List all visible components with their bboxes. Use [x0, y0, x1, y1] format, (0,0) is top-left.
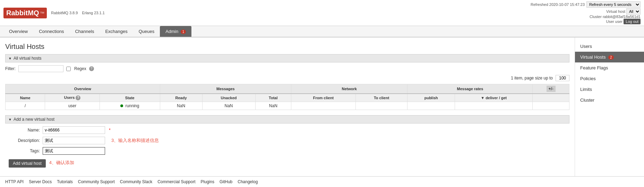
all-vhosts-section-header[interactable]: ▼ All virtual hosts [5, 54, 569, 62]
name-input[interactable] [43, 126, 105, 134]
user-row: User user Log out [531, 19, 641, 24]
tags-input[interactable] [43, 147, 105, 155]
logo-area: RabbitMQ TM RabbitMQ 3.8.9 Erlang 23.1.1 [3, 8, 105, 18]
table-row[interactable]: / user running NaN NaN NaN [6, 102, 569, 110]
th-publish: publish [407, 94, 455, 102]
add-vhost-section-header[interactable]: ▼ Add a new virtual host [5, 115, 569, 124]
th-to-client: To client [355, 94, 407, 102]
pagination-row: 1 item, page size up to [5, 75, 569, 81]
collapse-icon: ▼ [8, 57, 12, 60]
filter-row: Filter: Regex ? [5, 65, 569, 72]
page-title: Virtual Hosts [5, 43, 569, 51]
row-from-client [291, 102, 356, 110]
footer-plugins[interactable]: Plugins [201, 179, 214, 184]
sidebar-item-cluster[interactable]: Cluster [575, 95, 644, 105]
th-extra [533, 94, 569, 102]
tab-overview[interactable]: Overview [3, 26, 33, 37]
logo-tm: TM [40, 11, 44, 14]
sidebar: Users Virtual Hosts 2 Feature Flags Poli… [575, 37, 644, 176]
tags-label: Tags: [9, 148, 40, 153]
logo-rabbit: RabbitMQ [6, 9, 39, 17]
tags-row: Tags: [9, 147, 569, 155]
help-icon[interactable]: ? [89, 66, 94, 71]
description-label: Description: [9, 138, 40, 143]
add-confirm-annotation: 4、确认添加 [49, 160, 74, 166]
logo-box: RabbitMQ TM [3, 8, 47, 18]
sidebar-item-limits[interactable]: Limits [575, 84, 644, 95]
row-extra [533, 102, 569, 110]
user-label: User [606, 19, 614, 24]
sidebar-item-feature-flags[interactable]: Feature Flags [575, 62, 644, 73]
sidebar-item-users[interactable]: Users [575, 41, 644, 52]
top-header: RabbitMQ TM RabbitMQ 3.8.9 Erlang 23.1.1… [0, 0, 644, 26]
tab-queues[interactable]: Queues [133, 26, 160, 37]
footer-tutorials[interactable]: Tutorials [57, 179, 73, 184]
virtual-host-label: Virtual host [606, 9, 625, 14]
col-group-message-rates: Message rates [407, 84, 533, 94]
pagination-text: 1 item, page size up to [511, 76, 553, 80]
virtual-hosts-badge: 2 [608, 55, 614, 60]
cluster-value: rabbit@83af18a561d1 [603, 15, 641, 19]
regex-checkbox[interactable] [66, 67, 71, 71]
row-to-client [355, 102, 407, 110]
refreshed-text: Refreshed 2020-10-07 15:47:23 [531, 2, 585, 7]
row-users: user [45, 102, 100, 110]
description-row: Description: 3、输入名称和描述信息 [9, 137, 569, 144]
th-ready: Ready [160, 94, 202, 102]
description-input[interactable] [43, 137, 105, 144]
footer-community-slack[interactable]: Community Slack [120, 179, 152, 184]
footer-community-support[interactable]: Community Support [78, 179, 115, 184]
footer-http-api[interactable]: HTTP API [5, 179, 24, 184]
filter-label: Filter: [5, 66, 16, 71]
th-deliver-get: ▼ deliver / get [455, 94, 533, 102]
refresh-select[interactable]: Refresh every 5 secondsRefresh every 10 … [586, 1, 641, 8]
footer: HTTP API Server Docs Tutorials Community… [0, 176, 644, 187]
row-state: running [100, 102, 160, 110]
add-collapse-icon: ▼ [8, 118, 12, 121]
row-deliver-get [455, 102, 533, 110]
row-ready: NaN [160, 102, 202, 110]
cluster-label: Cluster [590, 15, 602, 19]
user-value: user [615, 19, 622, 24]
add-form: Name: * Description: 3、输入名称和描述信息 Tags: A… [5, 126, 569, 168]
main-content: Virtual Hosts ▼ All virtual hosts Filter… [0, 37, 644, 176]
virtual-host-select[interactable]: All [626, 8, 641, 15]
tab-channels[interactable]: Channels [69, 26, 100, 37]
tab-connections[interactable]: Connections [33, 26, 69, 37]
admin-badge: 1 [181, 29, 186, 34]
plus-minus-button[interactable]: +/- [547, 86, 556, 92]
virtual-host-row: Virtual host All [531, 8, 641, 15]
col-group-network: Network [291, 84, 407, 94]
name-required: * [109, 128, 111, 133]
add-vhost-label: Add a new virtual host [14, 117, 54, 122]
add-virtual-host-button[interactable]: Add virtual host [9, 159, 46, 168]
th-from-client: From client [291, 94, 356, 102]
version-erlang: Erlang 23.1.1 [82, 11, 104, 15]
tab-exchanges[interactable]: Exchanges [100, 26, 133, 37]
col-plus-minus: +/- [533, 84, 569, 94]
tab-admin[interactable]: Admin 1 [160, 26, 191, 37]
add-annotation-text: 3、输入名称和描述信息 [111, 137, 159, 144]
footer-changelog[interactable]: Changelog [238, 179, 258, 184]
top-right: Refreshed 2020-10-07 15:47:23 Refresh ev… [531, 1, 641, 24]
footer-commercial-support[interactable]: Commercial Support [157, 179, 195, 184]
logout-button[interactable]: Log out [624, 19, 641, 24]
footer-server-docs[interactable]: Server Docs [29, 179, 52, 184]
add-button-row: Add virtual host 4、确认添加 [9, 158, 569, 168]
status-dot [120, 104, 123, 107]
nav-bar: Overview Connections Channels Exchanges … [0, 26, 644, 37]
row-publish [407, 102, 455, 110]
sidebar-item-virtual-hosts[interactable]: Virtual Hosts 2 [575, 52, 644, 62]
row-name: / [6, 102, 45, 110]
users-help-icon[interactable]: ? [76, 95, 80, 100]
page-size-input[interactable] [556, 75, 569, 81]
cluster-row: Cluster rabbit@83af18a561d1 [531, 15, 641, 19]
add-vhost-section: ▼ Add a new virtual host Name: * Descrip… [5, 115, 569, 168]
th-unacked: Unacked [202, 94, 255, 102]
footer-github[interactable]: GitHub [220, 179, 232, 184]
filter-input[interactable] [18, 65, 63, 72]
th-total: Total [255, 94, 291, 102]
row-total: NaN [255, 102, 291, 110]
sidebar-item-policies[interactable]: Policies [575, 73, 644, 84]
th-users: Users ? [45, 94, 100, 102]
